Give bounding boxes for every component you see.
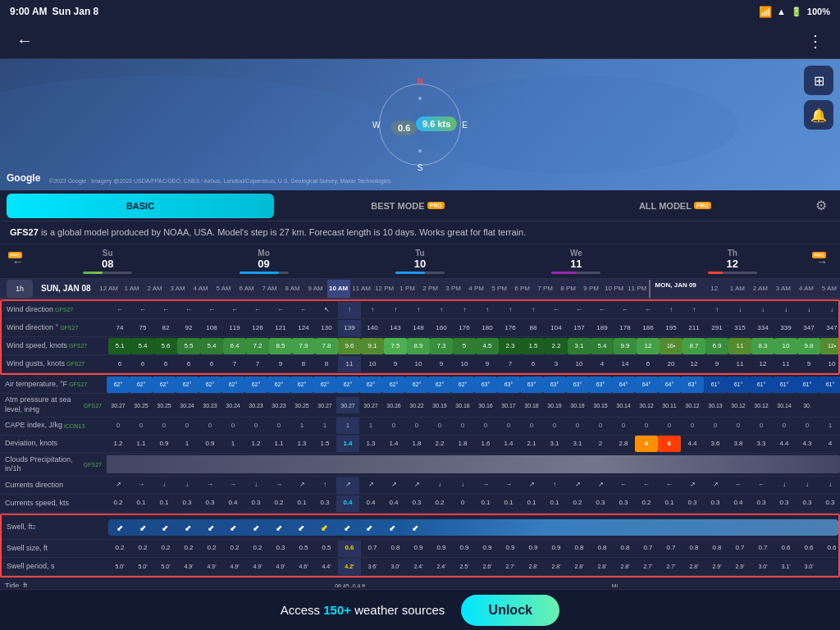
- wg-8: 8: [292, 356, 315, 372]
- dv-31: 4: [819, 436, 840, 452]
- wdd-23: 186: [637, 320, 660, 336]
- data-table: Wind direction GFS27 ←←←←←←←←←↖↑↑↑↑↑↑↑↑↑…: [0, 299, 840, 587]
- unlock-button[interactable]: Unlock: [461, 595, 559, 626]
- cd-20: ↗: [566, 477, 589, 494]
- mode-tabs: BASIC BEST MODE PRO ALL MODEL PRO ⚙: [0, 190, 840, 221]
- cs-9: 0.3: [313, 495, 336, 512]
- cs-27: 0.4: [727, 495, 750, 512]
- cs-14: 0.2: [428, 495, 451, 512]
- at-22: 64°: [612, 377, 635, 393]
- layers-button[interactable]: ⊞: [804, 66, 833, 95]
- ap-21: 30.15: [589, 397, 612, 413]
- wg-0: 6: [108, 356, 131, 372]
- air-temp-label: Air temperature, °F GFS27: [0, 378, 107, 391]
- wd-2: ←: [154, 302, 177, 318]
- cape-20: 0: [566, 418, 589, 434]
- wd-29: ↓: [774, 302, 797, 318]
- cs-0: 0.2: [107, 495, 130, 512]
- cs-30: 0.3: [796, 495, 819, 512]
- ws-23: 12: [637, 338, 660, 354]
- ss-31: 0.6: [820, 541, 838, 557]
- cs-12: 0.4: [382, 495, 405, 512]
- wd-12: ↑: [384, 302, 407, 318]
- menu-button[interactable]: ⋮: [801, 28, 830, 54]
- wg-28: 12: [751, 356, 774, 372]
- wg-5: 7: [223, 356, 246, 372]
- sp-5: 4.9': [223, 559, 246, 575]
- ss-21: 0.8: [591, 541, 614, 557]
- ss-17: 0.9: [499, 541, 522, 557]
- ss-22: 0.8: [614, 541, 637, 557]
- settings-button[interactable]: ⚙: [809, 194, 833, 218]
- cs-3: 0.3: [176, 495, 199, 512]
- wind-direction-deg-cells: 7475829210811912612112413013914014314816…: [108, 320, 838, 336]
- ws-31: 12•: [820, 338, 838, 354]
- dv-20: 3.1: [566, 436, 589, 452]
- ts-12am: 12 AM: [98, 280, 121, 298]
- ap-24: 30.11: [658, 397, 681, 413]
- map-icons: ⊞ 🔔: [804, 66, 833, 130]
- ap-25: 30.12: [681, 397, 704, 413]
- wg-26: 9: [705, 356, 728, 372]
- at-15: 62°: [451, 377, 474, 393]
- cs-22: 0.3: [612, 495, 635, 512]
- cd-23: ←: [635, 477, 658, 494]
- tab-best-mode[interactable]: BEST MODE PRO: [274, 194, 541, 218]
- wind-direction-label: Wind direction GFS27: [2, 304, 108, 317]
- wg-10: 11: [338, 356, 361, 372]
- tab-basic[interactable]: BASIC: [7, 194, 274, 218]
- ap-0: 30.27: [107, 397, 130, 413]
- date-su-08[interactable]: Su 08: [83, 249, 132, 274]
- sp-24: 2.7': [660, 559, 682, 575]
- prev-date-button[interactable]: PRO ←: [7, 250, 30, 273]
- date-th-12[interactable]: Th 12: [708, 249, 757, 274]
- dv-14: 2.2: [428, 436, 451, 452]
- ts-12pm: 12 PM: [373, 280, 396, 298]
- cs-25: 0.3: [681, 495, 704, 512]
- date-we-11[interactable]: We 11: [551, 249, 600, 274]
- ts-11pm: 11 PM: [626, 280, 649, 298]
- swell-period-cells: 5.0'5.0'5.0'4.9'4.9'4.9'4.9'4.9'4.6'4.4'…: [108, 559, 838, 575]
- ap-2: 30.25: [153, 397, 176, 413]
- back-button[interactable]: ←: [10, 28, 39, 53]
- status-date: Sun Jan 8: [52, 6, 99, 17]
- cape-27: 0: [727, 418, 750, 434]
- dv-6: 1.2: [244, 436, 267, 452]
- ws-2: 5.6: [154, 338, 177, 354]
- date-mo-09[interactable]: Mo 09: [240, 249, 289, 274]
- status-bar-left: 9:00 AM Sun Jan 8: [10, 6, 98, 17]
- wind-speed-row: Wind speed, knots GFS27 5.15.45.65.55.46…: [2, 337, 838, 355]
- clouds-cells: [107, 455, 840, 473]
- at-31: 61°: [819, 377, 840, 393]
- tab-all-model[interactable]: ALL MODEL PRO: [541, 194, 809, 218]
- sp-30: 3.0': [797, 559, 820, 575]
- at-7: 62°: [267, 377, 290, 393]
- banner-text: Access 150+ weather sources: [281, 603, 445, 617]
- ts-next-2am: 2 AM: [749, 280, 772, 298]
- ws-13: 8.9: [407, 338, 430, 354]
- next-date-button[interactable]: PRO →: [810, 250, 833, 273]
- at-2: 62°: [153, 377, 176, 393]
- svg-text:⬋: ⬋: [321, 523, 328, 532]
- cd-8: ↗: [290, 477, 313, 494]
- ap-14: 30.19: [428, 397, 451, 413]
- wg-1: 6: [131, 356, 154, 372]
- cape-4: 0: [199, 418, 221, 434]
- cd-4: →: [199, 477, 221, 494]
- cape-14: 0: [428, 418, 451, 434]
- at-29: 61°: [773, 377, 796, 393]
- ws-7: 8.5: [269, 338, 292, 354]
- dv-28: 3.3: [750, 436, 773, 452]
- time-slots: 12 AM 1 AM 2 AM 3 AM 4 AM 5 AM 6 AM 7 AM…: [98, 280, 840, 298]
- air-temp-row: Air temperature, °F GFS27 62°62°62°62°62…: [0, 376, 840, 394]
- atm-pressure-row: Atm pressure at sea level, inHg GFS27 30…: [0, 394, 840, 417]
- ap-11: 30.27: [359, 397, 382, 413]
- ts-3pm: 3 PM: [442, 280, 465, 298]
- cs-18: 0.1: [520, 495, 543, 512]
- date-tu-10[interactable]: Tu 10: [395, 249, 445, 274]
- dv-5: 1: [221, 436, 244, 452]
- ts-next-12: 12: [703, 280, 726, 298]
- wind-gusts-label: Wind gusts, knots GFS27: [2, 358, 108, 371]
- notification-button[interactable]: 🔔: [804, 100, 833, 130]
- date-progress-mo: [240, 272, 289, 274]
